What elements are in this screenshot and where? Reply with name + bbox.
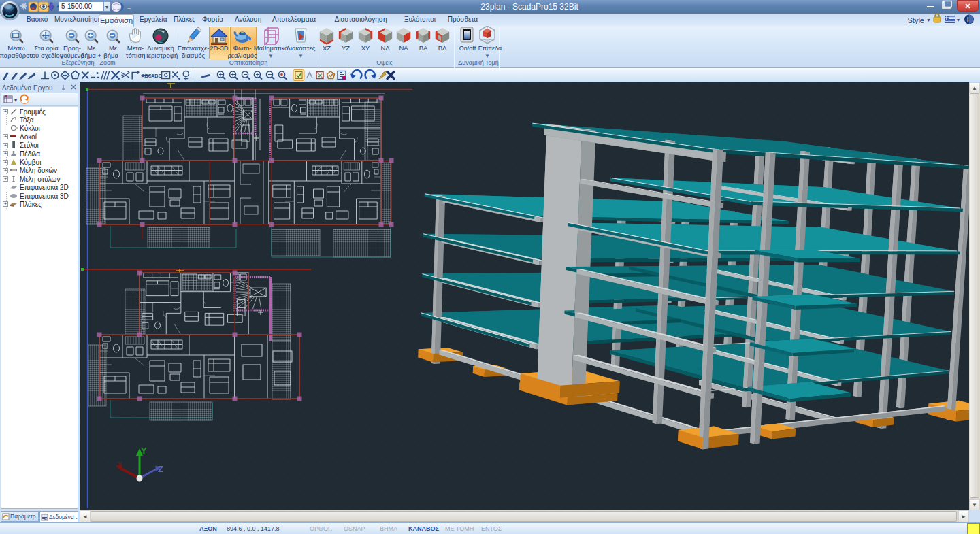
svg-text:X: X xyxy=(117,461,122,469)
svg-text:▾: ▾ xyxy=(957,17,960,23)
svg-text:Y: Y xyxy=(141,446,147,456)
svg-text:ABC: ABC xyxy=(142,73,152,78)
svg-text:=: = xyxy=(127,4,131,11)
svg-text:▾: ▾ xyxy=(14,97,17,103)
svg-text:ABC: ABC xyxy=(151,73,161,78)
svg-text:Z: Z xyxy=(158,464,163,474)
svg-text:i: i xyxy=(967,16,969,23)
